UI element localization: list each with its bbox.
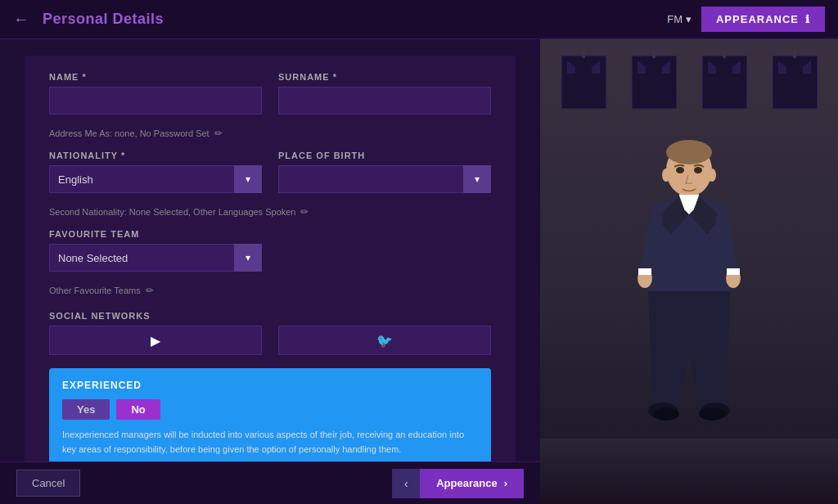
character-figure bbox=[607, 128, 771, 471]
favourite-team-group: FAVOURITE TEAM None Selected ▾ bbox=[49, 229, 262, 272]
experienced-yes-button[interactable]: Yes bbox=[62, 399, 110, 420]
svg-point-13 bbox=[676, 167, 684, 173]
header: ← Personal Details FM ▾ APPEARANCE ℹ bbox=[0, 0, 838, 39]
name-label: NAME * bbox=[49, 72, 262, 82]
svg-point-14 bbox=[694, 167, 702, 173]
nav-buttons: ‹ Appearance › bbox=[392, 469, 524, 498]
surname-label: SURNAME * bbox=[278, 72, 491, 82]
place-of-birth-select-wrapper: ▾ bbox=[278, 165, 491, 193]
cancel-button[interactable]: Cancel bbox=[16, 470, 80, 497]
next-chevron-icon: › bbox=[504, 477, 507, 489]
info-icon: ℹ bbox=[805, 13, 810, 25]
other-teams-edit-icon[interactable]: ✏ bbox=[146, 285, 154, 296]
svg-point-1 bbox=[666, 140, 712, 164]
main-content: NAME * SURNAME * Address Me As: none, No… bbox=[0, 39, 838, 504]
svg-point-16 bbox=[708, 169, 716, 182]
address-edit-icon[interactable]: ✏ bbox=[214, 128, 223, 139]
experienced-box: EXPERIENCED Yes No Inexperienced manager… bbox=[49, 368, 491, 468]
right-panel bbox=[540, 39, 838, 504]
nationality-row: NATIONALITY * English Scottish Welsh Iri… bbox=[49, 151, 491, 193]
surname-input[interactable] bbox=[278, 87, 491, 115]
back-button[interactable]: ← bbox=[13, 10, 29, 29]
shirts-row bbox=[548, 56, 830, 109]
next-label: Appearance bbox=[436, 477, 497, 489]
favourite-team-select-wrapper: None Selected ▾ bbox=[49, 244, 262, 272]
shirt-4 bbox=[773, 56, 818, 109]
fm-chevron-icon: ▾ bbox=[686, 13, 692, 25]
address-hint: Address Me As: none, No Password Set ✏ bbox=[49, 128, 491, 139]
second-nationality-hint: Second Nationality: None Selected, Other… bbox=[49, 206, 491, 218]
experienced-buttons: Yes No bbox=[62, 399, 478, 420]
page-title: Personal Details bbox=[43, 11, 164, 28]
next-button[interactable]: Appearance › bbox=[420, 469, 524, 498]
shirt-1 bbox=[561, 56, 606, 109]
surname-group: SURNAME * bbox=[278, 72, 491, 115]
nationality-group: NATIONALITY * English Scottish Welsh Iri… bbox=[49, 151, 262, 193]
svg-point-8 bbox=[653, 407, 679, 421]
header-actions: FM ▾ APPEARANCE ℹ bbox=[667, 7, 825, 32]
form-container: NAME * SURNAME * Address Me As: none, No… bbox=[25, 56, 516, 493]
youtube-button[interactable]: ▶ bbox=[49, 326, 262, 355]
experienced-description: Inexperienced managers will be inducted … bbox=[62, 428, 478, 457]
experienced-title: EXPERIENCED bbox=[62, 380, 478, 391]
name-input[interactable] bbox=[49, 87, 262, 115]
svg-rect-11 bbox=[638, 268, 651, 275]
nationality-select[interactable]: English Scottish Welsh Irish bbox=[49, 165, 262, 193]
twitter-icon: 🐦 bbox=[376, 333, 393, 349]
favourite-team-select[interactable]: None Selected bbox=[49, 244, 262, 272]
svg-point-10 bbox=[699, 407, 725, 421]
place-of-birth-select[interactable] bbox=[278, 165, 491, 193]
prev-button[interactable]: ‹ bbox=[392, 469, 420, 498]
shirt-2 bbox=[632, 56, 677, 109]
shirt-3 bbox=[702, 56, 747, 109]
svg-point-15 bbox=[662, 169, 670, 182]
experienced-no-button[interactable]: No bbox=[116, 399, 160, 420]
fm-menu-button[interactable]: FM ▾ bbox=[667, 13, 692, 25]
place-of-birth-group: PLACE OF BIRTH ▾ bbox=[278, 151, 491, 193]
name-row: NAME * SURNAME * bbox=[49, 72, 491, 115]
nationality-select-wrapper: English Scottish Welsh Irish ▾ bbox=[49, 165, 262, 193]
fm-label: FM bbox=[667, 13, 683, 25]
character-svg bbox=[607, 128, 771, 471]
name-group: NAME * bbox=[49, 72, 262, 115]
left-panel: NAME * SURNAME * Address Me As: none, No… bbox=[0, 39, 540, 504]
twitter-button[interactable]: 🐦 bbox=[278, 326, 491, 355]
other-teams-hint: Other Favourite Teams ✏ bbox=[49, 285, 491, 296]
favourite-team-label: FAVOURITE TEAM bbox=[49, 229, 262, 239]
social-networks-label: SOCIAL NETWORKS bbox=[49, 311, 151, 321]
footer: Cancel ‹ Appearance › bbox=[0, 461, 540, 504]
appearance-button[interactable]: APPEARANCE ℹ bbox=[701, 7, 825, 32]
youtube-icon: ▶ bbox=[151, 333, 160, 349]
appearance-label: APPEARANCE bbox=[716, 13, 799, 25]
nationality-label: NATIONALITY * bbox=[49, 151, 262, 160]
place-of-birth-label: PLACE OF BIRTH bbox=[278, 151, 491, 160]
svg-rect-12 bbox=[727, 268, 740, 275]
second-nationality-edit-icon[interactable]: ✏ bbox=[300, 206, 309, 218]
social-row: ▶ 🐦 bbox=[49, 326, 491, 355]
favourite-team-row: FAVOURITE TEAM None Selected ▾ bbox=[49, 229, 491, 272]
